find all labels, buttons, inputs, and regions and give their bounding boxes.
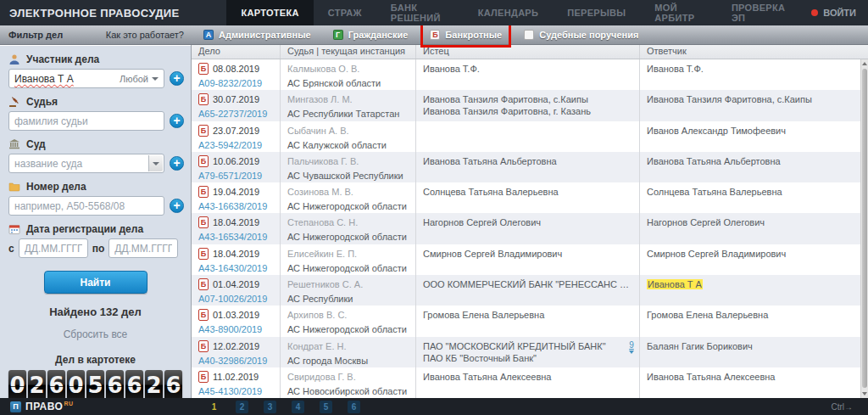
- scroll-up-icon[interactable]: [861, 59, 868, 68]
- judge-name: Степанова С. Н.: [287, 216, 409, 228]
- column-header-spacer: [860, 45, 868, 59]
- how-it-works-link[interactable]: Как это работает?: [106, 30, 184, 40]
- nav-item-0[interactable]: КАРТОТЕКА: [226, 0, 313, 25]
- cell-defendant: Иванова Т.Ф.: [640, 59, 860, 90]
- tab-case-type-1[interactable]: ГГражданские: [322, 25, 420, 44]
- scroll-down-icon[interactable]: [861, 390, 868, 398]
- judge-name: Кондрат Е. Н.: [287, 340, 409, 352]
- plaintiff-name: Иванова Танзиля Фаритовна, с.Каипы: [423, 93, 632, 105]
- cell-case: Б12.02.2019А40-32986/2019: [192, 337, 281, 367]
- nav-item-6[interactable]: ПРОВЕРКА ЭП: [717, 0, 799, 25]
- counter-digit: 2: [28, 370, 46, 398]
- table-row: Б18.04.2019А43-16534/2019Степанова С. Н.…: [192, 213, 860, 244]
- case-number-link[interactable]: А43-16430/2019: [198, 262, 273, 274]
- courthouse-icon: [8, 138, 20, 150]
- judge-input[interactable]: [8, 111, 164, 131]
- case-line: Б30.07.2019: [198, 93, 273, 105]
- court-field-row: название суда: [8, 154, 184, 173]
- court-dropdown-button[interactable]: [148, 155, 163, 171]
- nav-item-2[interactable]: БАНК РЕШЕНИЙ: [376, 0, 464, 25]
- column-header-1[interactable]: Судья | текущая инстанция: [281, 45, 416, 59]
- case-number-input[interactable]: [8, 196, 164, 216]
- cell-case: Б23.07.2019А23-5942/2019: [192, 121, 281, 152]
- search-button[interactable]: Найти: [44, 271, 147, 294]
- defendant-name-text: Иванова Т.Ф.: [647, 64, 704, 74]
- column-header-3[interactable]: Ответчик: [640, 45, 860, 59]
- nav-item-1[interactable]: СТРАЖ: [314, 0, 376, 25]
- case-date: 11.02.2019: [213, 371, 259, 383]
- counter-digit: 6: [47, 370, 65, 398]
- case-counter: 026056626: [0, 370, 191, 398]
- case-number-link[interactable]: А07-10026/2019: [198, 293, 273, 305]
- nav-item-4[interactable]: ПЕРЕРЫВЫ: [553, 0, 640, 25]
- case-date: 18.04.2019: [213, 216, 259, 228]
- bankruptcy-case-icon: Б: [198, 371, 209, 383]
- page-button-3[interactable]: 3: [264, 401, 276, 413]
- court-name: АС Новосибирской области: [287, 385, 409, 397]
- tab-letter-icon: Б: [430, 30, 440, 40]
- login-button[interactable]: ВОЙТИ: [799, 0, 868, 25]
- judge-name: Созинова М. В.: [287, 186, 409, 198]
- nav-item-5[interactable]: МОЙ АРБИТР: [640, 0, 717, 25]
- vertical-scrollbar[interactable]: [860, 59, 868, 398]
- case-number-link[interactable]: А79-6571/2019: [198, 170, 273, 182]
- judge-name: Архипов В. С.: [287, 309, 409, 321]
- tab-case-type-3[interactable]: Судебные поручения: [513, 25, 649, 44]
- defendant-name-text: Нагорнов Сергей Олегович: [647, 217, 765, 227]
- judge-name: Елисейкин Е. П.: [287, 248, 409, 260]
- cell-defendant: Иванова Татьяна Альбертовна: [640, 152, 860, 182]
- judge-name: Свиридова Г. В.: [287, 371, 409, 383]
- tab-case-type-2[interactable]: ББанкротные: [419, 25, 513, 44]
- defendant-name-text: Иванова Татьяна Алексеевна: [647, 372, 776, 382]
- add-participant-button[interactable]: [170, 71, 184, 86]
- cell-case: Б01.04.2019А07-10026/2019: [192, 275, 281, 306]
- cell-plaintiff: [416, 121, 640, 152]
- case-number-link[interactable]: А40-32986/2019: [198, 355, 273, 367]
- bottom-bar: П ПРАВОRU 123456 Ctrl→: [0, 398, 868, 415]
- case-number-link[interactable]: А43-8900/2019: [198, 323, 273, 335]
- case-number-link[interactable]: А43-16638/2019: [198, 200, 273, 212]
- cell-defendant: Нагорнов Сергей Олегович: [640, 213, 860, 244]
- page-button-1[interactable]: 1: [208, 401, 220, 413]
- cell-plaintiff: Иванова Татьяна Альбертовна: [416, 152, 640, 182]
- participant-input[interactable]: Иванова Т А Любой: [8, 69, 164, 88]
- cell-judge: Созинова М. В.АС Нижегородской области: [281, 182, 416, 213]
- table-body: Б08.08.2019А09-8232/2019Калмыкова О. В.А…: [192, 59, 860, 398]
- case-number-link[interactable]: А43-16534/2019: [198, 231, 273, 243]
- add-case-number-button[interactable]: [170, 199, 184, 213]
- case-line: Б01.03.2019: [198, 309, 273, 321]
- page-button-2[interactable]: 2: [236, 401, 248, 413]
- case-number-link[interactable]: А45-4130/2019: [198, 385, 273, 397]
- table-row: Б10.06.2019А79-6571/2019Пальчикова Г. В.…: [192, 152, 860, 182]
- cell-case: Б10.06.2019А79-6571/2019: [192, 152, 281, 182]
- pravo-logo-text: ПРАВОRU: [25, 401, 74, 412]
- column-header-0[interactable]: Дело: [192, 45, 281, 59]
- nav-item-3[interactable]: КАЛЕНДАРЬ: [464, 0, 554, 25]
- login-status-dot-icon: [811, 9, 818, 16]
- case-number-link[interactable]: А65-22737/2019: [198, 108, 273, 120]
- participant-value: Иванова Т А: [14, 73, 74, 85]
- date-from-input[interactable]: [19, 238, 88, 258]
- cell-judge: Степанова С. Н.АС Нижегородской области: [281, 213, 416, 244]
- page-button-6[interactable]: 6: [348, 401, 360, 413]
- court-select[interactable]: название суда: [8, 154, 164, 173]
- page-button-5[interactable]: 5: [320, 401, 332, 413]
- judge-name: Решетников С. А.: [287, 278, 409, 290]
- column-header-2[interactable]: Истец: [416, 45, 640, 59]
- tab-case-type-0[interactable]: ААдминистративные: [192, 25, 322, 44]
- more-plaintiffs-badge[interactable]: 9: [629, 341, 634, 354]
- defendant-name: Иванова Танзиля Фаритовна, с.Каипы: [647, 93, 854, 105]
- date-to-input[interactable]: [108, 238, 178, 258]
- date-from-label: с: [8, 243, 14, 255]
- reset-all-link[interactable]: Сбросить все: [0, 328, 191, 340]
- page-button-4[interactable]: 4: [292, 401, 304, 413]
- case-number-link[interactable]: А09-8232/2019: [198, 77, 273, 89]
- participant-role-dropdown[interactable]: Любой: [120, 74, 159, 84]
- defendant-name: Иванов Александр Тимофеевич: [647, 125, 854, 137]
- add-court-button[interactable]: [170, 156, 184, 171]
- add-judge-button[interactable]: [170, 114, 184, 128]
- scrollbar-thumb[interactable]: [862, 69, 867, 388]
- counter-digit: 6: [125, 370, 143, 398]
- cell-judge: Калмыкова О. В.АС Брянской области: [281, 59, 416, 90]
- case-number-link[interactable]: А23-5942/2019: [198, 139, 273, 151]
